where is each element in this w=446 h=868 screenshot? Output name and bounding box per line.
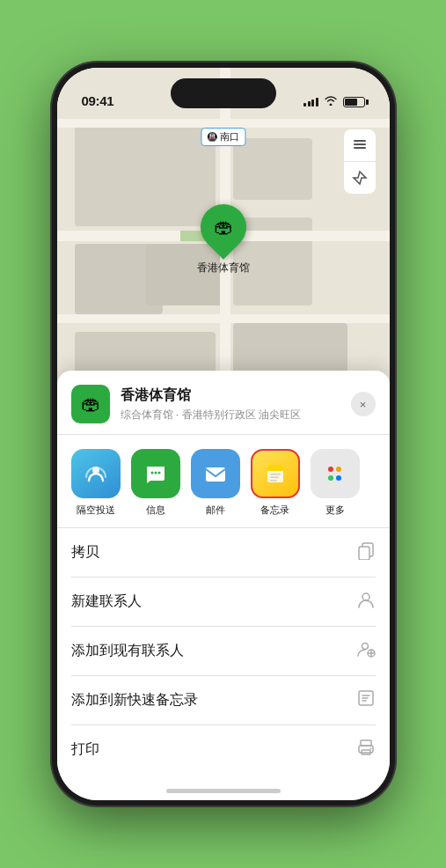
station-label: 🚇 南口 <box>201 128 245 146</box>
venue-name: 香港体育馆 <box>121 386 351 405</box>
action-list: 拷贝 新建联系人 <box>57 528 390 774</box>
bottom-sheet: 🏟 香港体育馆 综合体育馆 · 香港特别行政区 油尖旺区 × <box>57 371 390 800</box>
svg-point-18 <box>150 472 153 474</box>
location-marker: 🏟 香港体育馆 <box>197 204 250 276</box>
svg-point-42 <box>369 748 371 750</box>
airdrop-label: 隔空投送 <box>77 504 115 517</box>
share-icons-row: 隔空投送 信息 <box>57 435 390 528</box>
close-button[interactable]: × <box>351 392 376 416</box>
svg-rect-14 <box>354 140 366 142</box>
phone-screen: 09:41 <box>57 68 390 800</box>
add-notes-icon <box>356 688 376 712</box>
share-item-airdrop[interactable]: 隔空投送 <box>71 449 121 517</box>
messages-label: 信息 <box>146 504 165 517</box>
svg-rect-29 <box>359 547 369 560</box>
svg-rect-39 <box>361 740 371 746</box>
marker-pin: 🏟 <box>191 195 256 260</box>
svg-point-19 <box>154 472 157 474</box>
messages-icon <box>131 449 180 498</box>
dynamic-island <box>171 78 276 108</box>
airdrop-icon <box>71 449 121 498</box>
action-add-notes-label: 添加到新快速备忘录 <box>71 691 198 710</box>
svg-rect-25 <box>270 474 281 475</box>
action-print[interactable]: 打印 <box>71 725 376 774</box>
wifi-icon <box>324 95 338 108</box>
map-controls <box>344 129 376 194</box>
notes-label: 备忘录 <box>260 504 289 517</box>
venue-info: 香港体育馆 综合体育馆 · 香港特别行政区 油尖旺区 <box>121 386 351 423</box>
action-add-notes[interactable]: 添加到新快速备忘录 <box>71 676 376 725</box>
action-copy-label: 拷贝 <box>71 543 99 562</box>
share-item-messages[interactable]: 信息 <box>131 449 180 517</box>
svg-rect-16 <box>354 147 366 149</box>
svg-rect-21 <box>206 467 225 482</box>
svg-point-31 <box>362 644 368 650</box>
action-print-label: 打印 <box>71 740 99 759</box>
mail-icon <box>191 449 240 498</box>
svg-rect-24 <box>267 469 283 471</box>
venue-icon: 🏟 <box>71 385 110 423</box>
share-item-mail[interactable]: 邮件 <box>191 449 240 517</box>
status-time: 09:41 <box>82 93 114 108</box>
venue-header: 🏟 香港体育馆 综合体育馆 · 香港特别行政区 油尖旺区 × <box>57 371 390 435</box>
new-contact-icon <box>356 590 376 614</box>
more-label: 更多 <box>325 504 345 517</box>
share-item-more[interactable]: 更多 <box>311 449 360 517</box>
signal-icon <box>303 98 318 107</box>
map-layers-button[interactable] <box>344 129 376 161</box>
venue-address: 综合体育馆 · 香港特别行政区 油尖旺区 <box>121 408 351 423</box>
marker-label: 香港体育馆 <box>197 261 250 276</box>
svg-rect-27 <box>270 480 277 482</box>
phone-frame: 09:41 <box>52 63 395 805</box>
svg-point-30 <box>362 593 369 600</box>
copy-icon <box>356 541 376 564</box>
mail-label: 邮件 <box>206 504 225 517</box>
location-button[interactable] <box>344 162 376 194</box>
more-icon <box>311 449 360 498</box>
svg-rect-1 <box>75 121 216 226</box>
notes-icon <box>251 449 300 498</box>
home-indicator <box>166 789 281 793</box>
battery-icon <box>343 97 365 107</box>
action-new-contact[interactable]: 新建联系人 <box>71 577 376 627</box>
action-add-contact[interactable]: 添加到现有联系人 <box>71 627 376 676</box>
marker-emoji: 🏟 <box>214 216 233 239</box>
svg-point-20 <box>157 472 160 474</box>
svg-rect-26 <box>270 477 279 479</box>
print-icon <box>356 738 376 761</box>
share-item-notes[interactable]: 备忘录 <box>251 449 300 517</box>
svg-rect-3 <box>233 138 312 200</box>
svg-rect-15 <box>354 143 366 145</box>
action-add-contact-label: 添加到现有联系人 <box>71 642 184 660</box>
status-icons <box>303 95 365 108</box>
add-contact-icon <box>356 639 376 663</box>
action-copy[interactable]: 拷贝 <box>71 528 376 577</box>
action-new-contact-label: 新建联系人 <box>71 592 142 611</box>
